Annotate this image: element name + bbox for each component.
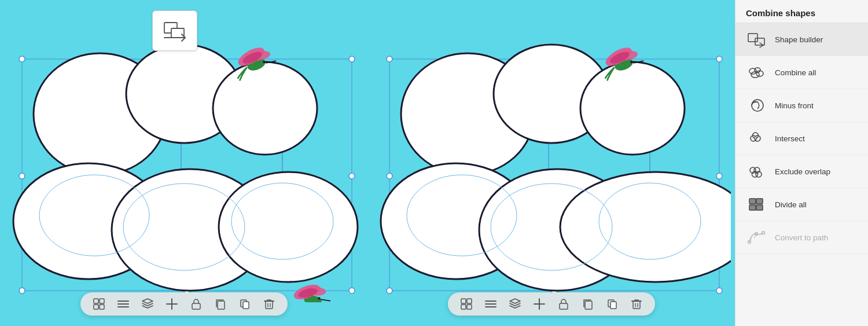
svg-point-68 [560, 172, 731, 282]
shape-builder-badge-icon [161, 17, 189, 45]
sidebar-item-shape-builder[interactable]: Shape builder [735, 23, 868, 56]
svg-rect-88 [585, 301, 592, 309]
svg-point-52 [387, 56, 392, 62]
shape-builder-icon [746, 29, 767, 50]
sidebar-item-minus-front[interactable]: Minus front [735, 89, 868, 122]
left-toolbar [80, 292, 288, 316]
svg-rect-79 [467, 299, 472, 303]
right-scene [372, 24, 731, 302]
grid-icon[interactable] [91, 296, 107, 312]
svg-point-6 [19, 173, 25, 179]
shape-builder-badge [152, 10, 197, 51]
svg-point-10 [349, 288, 355, 294]
svg-rect-87 [560, 303, 568, 309]
sidebar-title: Combine shapes [735, 0, 868, 23]
svg-point-76 [630, 60, 633, 63]
svg-line-32 [321, 299, 330, 301]
svg-point-98 [751, 72, 759, 78]
svg-rect-37 [94, 305, 98, 309]
add-icon-right[interactable] [531, 296, 547, 312]
grid-icon-right[interactable] [458, 296, 475, 312]
duplicate-icon-right[interactable] [604, 296, 620, 312]
svg-point-3 [19, 56, 25, 62]
layers-icon-right[interactable] [507, 296, 523, 312]
combine-all-label: Combine all [775, 68, 816, 77]
svg-rect-94 [748, 34, 757, 42]
canvas-area [0, 0, 735, 326]
svg-point-33 [318, 297, 320, 299]
svg-rect-44 [192, 303, 200, 309]
left-canvas-panel [0, 0, 367, 326]
menu-icon-right[interactable] [483, 296, 499, 312]
svg-rect-108 [756, 199, 763, 204]
divide-all-label: Divide all [775, 200, 807, 209]
svg-rect-109 [749, 205, 756, 210]
delete-icon[interactable] [261, 296, 277, 312]
exclude-overlap-label: Exclude overlap [775, 167, 830, 176]
left-scene [5, 24, 363, 302]
shape-builder-label: Shape builder [775, 35, 823, 44]
svg-point-54 [716, 56, 722, 62]
svg-point-59 [716, 288, 722, 294]
svg-rect-48 [266, 301, 273, 309]
right-canvas-panel [367, 0, 735, 326]
divide-all-icon [746, 194, 767, 215]
sidebar-item-intersect[interactable]: Intersect [735, 122, 868, 155]
intersect-label: Intersect [775, 134, 805, 143]
svg-rect-47 [243, 302, 249, 309]
duplicate-icon[interactable] [237, 296, 253, 312]
sidebar-item-combine-all[interactable]: Combine all [735, 56, 868, 89]
intersect-icon [746, 128, 767, 149]
svg-rect-107 [749, 199, 756, 204]
svg-rect-1 [171, 28, 184, 38]
svg-point-56 [716, 173, 722, 179]
svg-point-57 [387, 288, 392, 294]
svg-point-55 [387, 173, 392, 179]
svg-rect-80 [461, 305, 466, 309]
svg-rect-78 [461, 299, 466, 303]
svg-rect-90 [610, 302, 616, 309]
svg-point-19 [219, 172, 358, 282]
add-icon[interactable] [164, 296, 180, 312]
svg-rect-110 [756, 205, 763, 210]
delete-icon-right[interactable] [628, 296, 645, 312]
svg-point-5 [349, 56, 355, 62]
svg-point-7 [349, 173, 355, 179]
sidebar-item-exclude-overlap[interactable]: Exclude overlap [735, 155, 868, 188]
svg-rect-45 [218, 301, 225, 309]
svg-rect-81 [467, 305, 472, 309]
menu-icon[interactable] [115, 296, 131, 312]
sidebar-item-divide-all[interactable]: Divide all [735, 188, 868, 221]
svg-point-27 [263, 60, 266, 63]
copy-icon[interactable] [212, 296, 229, 312]
right-toolbar [448, 292, 655, 316]
exclude-overlap-icon [746, 161, 767, 182]
svg-point-16 [213, 62, 317, 155]
sidebar-item-convert-to-path[interactable]: Convert to path [735, 221, 868, 254]
layers-icon[interactable] [139, 296, 156, 312]
svg-rect-91 [633, 301, 640, 309]
sidebar: Combine shapes Shape builder Combine all [735, 0, 868, 326]
svg-rect-35 [94, 299, 98, 303]
lock-icon[interactable] [188, 296, 204, 312]
svg-point-8 [19, 288, 25, 294]
convert-to-path-icon [746, 227, 767, 248]
convert-to-path-label: Convert to path [775, 233, 828, 242]
copy-icon-right[interactable] [580, 296, 596, 312]
svg-rect-36 [100, 299, 104, 303]
lock-icon-right[interactable] [556, 296, 572, 312]
combine-all-icon [746, 62, 767, 83]
minus-front-label: Minus front [775, 101, 814, 110]
minus-front-icon [746, 95, 767, 116]
hummingbird-left-bottom [292, 281, 330, 302]
svg-point-65 [580, 62, 685, 155]
svg-rect-38 [100, 305, 104, 309]
